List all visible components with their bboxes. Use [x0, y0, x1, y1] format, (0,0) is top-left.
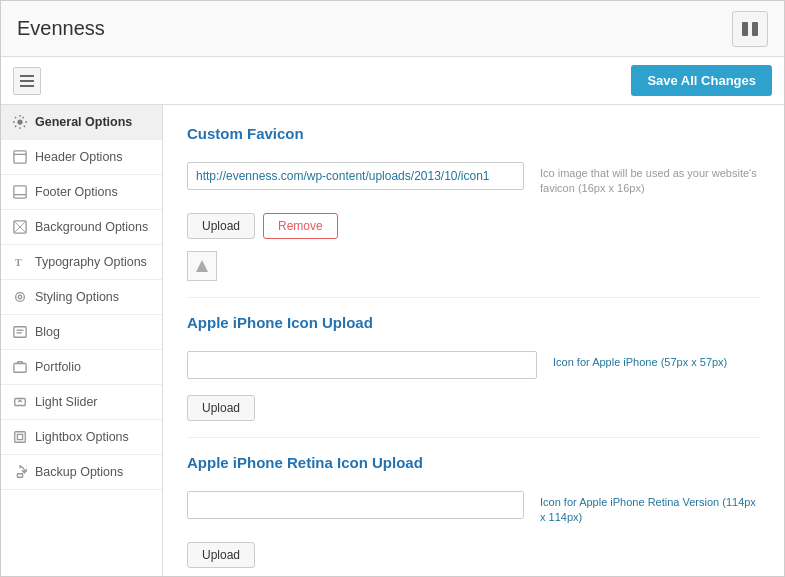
svg-point-5 — [17, 119, 22, 124]
svg-rect-2 — [20, 75, 34, 77]
sidebar-item-portfolio-label: Portfolio — [35, 360, 81, 374]
apple-retina-section: Apple iPhone Retina Icon Upload Icon for… — [187, 454, 760, 568]
svg-marker-22 — [196, 260, 208, 272]
favicon-url-hint: Ico image that will be used as your webs… — [540, 162, 760, 197]
sidebar-item-header-label: Header Options — [35, 150, 123, 164]
svg-rect-4 — [20, 85, 34, 87]
app-body: General Options Header Options Footer Op… — [1, 105, 784, 576]
apple-icon-title: Apple iPhone Icon Upload — [187, 314, 760, 335]
apple-icon-section: Apple iPhone Icon Upload Icon for Apple … — [187, 314, 760, 421]
sidebar-item-general[interactable]: General Options — [1, 105, 162, 140]
apple-icon-upload-button[interactable]: Upload — [187, 395, 255, 421]
sidebar-item-lightslider-label: Light Slider — [35, 395, 98, 409]
custom-favicon-title: Custom Favicon — [187, 125, 760, 146]
sidebar-item-background[interactable]: Background Options — [1, 210, 162, 245]
sidebar-item-footer[interactable]: Footer Options — [1, 175, 162, 210]
apple-icon-row: Icon for Apple iPhone (57px x 57px) — [187, 351, 760, 379]
svg-rect-17 — [14, 364, 26, 373]
toolbar-left — [13, 67, 41, 95]
menu-icon[interactable] — [13, 67, 41, 95]
apple-retina-row: Icon for Apple iPhone Retina Version (11… — [187, 491, 760, 526]
svg-text:T: T — [15, 257, 22, 268]
svg-rect-20 — [17, 434, 22, 439]
section-divider-1 — [187, 297, 760, 298]
apple-icon-button-group: Upload — [187, 395, 760, 421]
apple-retina-button-group: Upload — [187, 542, 760, 568]
apple-retina-title: Apple iPhone Retina Icon Upload — [187, 454, 760, 475]
favicon-upload-button[interactable]: Upload — [187, 213, 255, 239]
apple-retina-input-wrapper — [187, 491, 524, 519]
sidebar-item-styling-label: Styling Options — [35, 290, 119, 304]
svg-rect-1 — [752, 22, 758, 36]
sidebar: General Options Header Options Footer Op… — [1, 105, 163, 576]
sidebar-item-portfolio[interactable]: Portfolio — [1, 350, 162, 385]
favicon-url-input[interactable] — [187, 162, 524, 190]
sidebar-item-typography[interactable]: T Typography Options — [1, 245, 162, 280]
settings-icon[interactable] — [732, 11, 768, 47]
svg-rect-19 — [15, 432, 26, 443]
svg-rect-6 — [14, 151, 26, 163]
svg-point-13 — [18, 295, 22, 299]
main-content: Custom Favicon Ico image that will be us… — [163, 105, 784, 576]
sidebar-item-backup[interactable]: Backup Options — [1, 455, 162, 490]
apple-icon-hint: Icon for Apple iPhone (57px x 57px) — [553, 351, 727, 370]
svg-rect-0 — [742, 22, 748, 36]
favicon-url-row: Ico image that will be used as your webs… — [187, 162, 760, 197]
sidebar-item-background-label: Background Options — [35, 220, 148, 234]
sidebar-item-lightbox-label: Lightbox Options — [35, 430, 129, 444]
sidebar-item-lightslider[interactable]: Light Slider — [1, 385, 162, 420]
apple-retina-hint: Icon for Apple iPhone Retina Version (11… — [540, 491, 760, 526]
sidebar-item-backup-label: Backup Options — [35, 465, 123, 479]
favicon-preview — [187, 251, 217, 281]
svg-rect-3 — [20, 80, 34, 82]
favicon-remove-button[interactable]: Remove — [263, 213, 338, 239]
sidebar-item-blog-label: Blog — [35, 325, 60, 339]
app-toolbar: Save All Changes — [1, 57, 784, 105]
apple-retina-upload-button[interactable]: Upload — [187, 542, 255, 568]
custom-favicon-section: Custom Favicon Ico image that will be us… — [187, 125, 760, 281]
sidebar-item-blog[interactable]: Blog — [1, 315, 162, 350]
favicon-button-group: Upload Remove — [187, 213, 760, 239]
sidebar-item-lightbox[interactable]: Lightbox Options — [1, 420, 162, 455]
sidebar-item-general-label: General Options — [35, 115, 132, 129]
favicon-url-input-wrapper — [187, 162, 524, 190]
sidebar-item-footer-label: Footer Options — [35, 185, 118, 199]
svg-rect-14 — [14, 327, 26, 338]
svg-rect-21 — [17, 474, 22, 478]
svg-point-12 — [16, 293, 25, 302]
section-divider-2 — [187, 437, 760, 438]
app-header: Evenness — [1, 1, 784, 57]
app-title: Evenness — [17, 17, 105, 40]
save-all-changes-button[interactable]: Save All Changes — [631, 65, 772, 96]
sidebar-item-typography-label: Typography Options — [35, 255, 147, 269]
apple-icon-input[interactable] — [187, 351, 537, 379]
apple-icon-input-wrapper — [187, 351, 537, 379]
app-wrapper: Evenness Save All Changes — [0, 0, 785, 577]
sidebar-item-styling[interactable]: Styling Options — [1, 280, 162, 315]
apple-retina-input[interactable] — [187, 491, 524, 519]
sidebar-item-header[interactable]: Header Options — [1, 140, 162, 175]
svg-rect-8 — [14, 186, 26, 198]
